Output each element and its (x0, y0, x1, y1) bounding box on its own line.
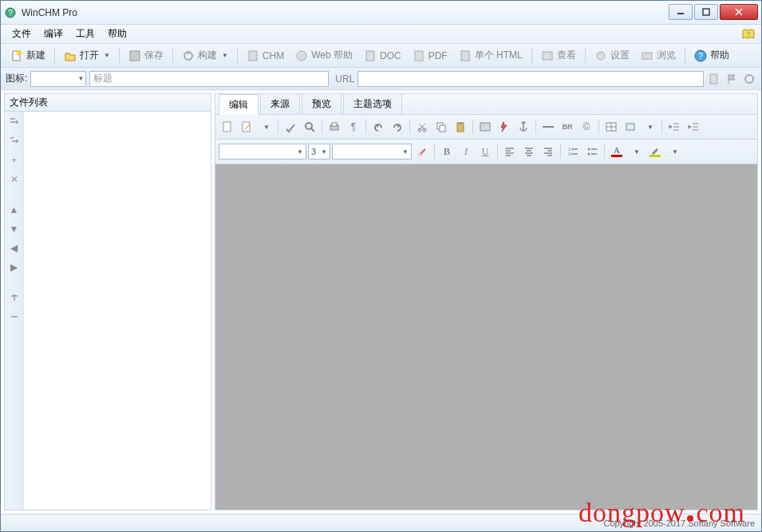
pdf-button[interactable]: PDF (408, 47, 452, 65)
edit-dropdown-icon[interactable]: ▼ (257, 119, 274, 135)
cell-icon[interactable] (622, 119, 639, 135)
browse-button[interactable]: 浏览 (636, 46, 681, 65)
svg-rect-32 (440, 125, 445, 132)
dropdown-arrow-icon: ▼ (104, 52, 110, 59)
copyright-text: Copyright 2005-2017 Softany Software (603, 518, 755, 528)
tab-preview[interactable]: 预览 (302, 93, 342, 114)
main-toolbar: 新建 打开 ▼ 保存 构建 ▼ CHM Web 帮助 DOC (1, 44, 761, 68)
doc-button[interactable]: DOC (359, 47, 406, 65)
svg-rect-24 (243, 122, 250, 132)
main-area: 文件列表 + ✕ ▲ ▼ ◀ ▶ (1, 90, 761, 514)
svg-point-36 (483, 125, 485, 128)
gear-icon (594, 49, 607, 62)
delete-icon[interactable]: ✕ (7, 172, 22, 187)
table-dropdown-icon[interactable]: ▼ (641, 119, 658, 135)
align-right-icon[interactable] (539, 144, 557, 160)
open-button[interactable]: 打开 ▼ (59, 46, 115, 65)
br-icon[interactable]: BR (559, 119, 576, 135)
svg-text:?: ? (698, 51, 703, 61)
align-center-icon[interactable] (520, 144, 538, 160)
open-label: 打开 (80, 49, 99, 62)
copyright-icon[interactable]: © (578, 119, 595, 135)
find-icon[interactable] (301, 119, 318, 135)
indent-icon[interactable] (685, 119, 702, 135)
edit-icon[interactable] (238, 119, 255, 135)
webhelp-button[interactable]: Web 帮助 (290, 46, 357, 65)
arrow-right-icon[interactable]: ▶ (7, 260, 22, 274)
new-button[interactable]: 新建 (6, 46, 50, 65)
title-field[interactable]: 标题 (89, 71, 329, 87)
title-bar: ? WinCHM Pro (1, 1, 761, 25)
hr-icon[interactable] (539, 119, 557, 135)
build-label: 构建 (198, 49, 217, 62)
paragraph-icon[interactable]: ¶ (345, 119, 362, 135)
help-button[interactable]: ? 帮助 (689, 46, 734, 65)
bold-icon[interactable]: B (438, 144, 456, 160)
menu-help[interactable]: 帮助 (101, 25, 133, 43)
chm-button[interactable]: CHM (242, 47, 289, 65)
editor-canvas[interactable] (215, 164, 757, 510)
list-ul-icon[interactable] (583, 144, 601, 160)
table-icon[interactable] (602, 119, 620, 135)
chm-label: CHM (263, 50, 284, 61)
tab-edit[interactable]: 编辑 (219, 94, 259, 115)
close-button[interactable] (720, 4, 758, 20)
flag-icon[interactable] (724, 72, 739, 86)
highlight-icon[interactable] (646, 144, 664, 160)
collapse-icon[interactable] (7, 309, 22, 324)
list-ol-icon[interactable]: 12 (564, 144, 582, 160)
menu-compile[interactable]: 编译 (38, 25, 69, 43)
anchor-icon[interactable] (515, 119, 532, 135)
arrow-down-icon[interactable]: ▼ (7, 222, 22, 236)
align-left-icon[interactable] (501, 144, 519, 160)
highlight-dropdown[interactable]: ▼ (665, 144, 683, 160)
tab-theme[interactable]: 主题选项 (343, 93, 402, 114)
single-html-button[interactable]: 单个 HTML (454, 46, 527, 65)
page-icon[interactable] (707, 72, 721, 86)
outdent-icon[interactable] (665, 119, 683, 135)
menu-tools[interactable]: 工具 (69, 25, 101, 43)
title-placeholder: 标题 (93, 73, 113, 84)
spellcheck-icon[interactable] (282, 119, 299, 135)
url-field[interactable] (357, 71, 704, 87)
undo-icon[interactable] (369, 119, 387, 135)
svg-text:?: ? (746, 30, 750, 38)
italic-icon[interactable]: I (457, 144, 475, 160)
menu-file[interactable]: 文件 (6, 25, 38, 43)
svg-rect-13 (366, 51, 374, 61)
font-color-dropdown[interactable]: ▼ (627, 144, 645, 160)
redo-icon[interactable] (389, 119, 406, 135)
view-button[interactable]: 查看 (536, 46, 581, 65)
build-button[interactable]: 构建 ▼ (177, 46, 233, 65)
add-child-icon[interactable] (7, 134, 22, 148)
plus-icon[interactable]: + (7, 153, 22, 167)
image-icon[interactable] (476, 119, 494, 135)
icon-combo[interactable]: ▼ (30, 71, 86, 87)
arrow-left-icon[interactable]: ◀ (7, 241, 22, 255)
tab-source[interactable]: 来源 (260, 93, 300, 114)
pdf-icon (413, 49, 425, 62)
paste-icon[interactable] (452, 119, 469, 135)
minimize-button[interactable] (669, 4, 693, 20)
add-sibling-icon[interactable] (7, 115, 22, 129)
new-doc-icon[interactable] (219, 119, 236, 135)
underline-icon[interactable]: U (476, 144, 494, 160)
flash-icon[interactable] (495, 119, 513, 135)
copy-icon[interactable] (432, 119, 450, 135)
folder-open-icon (64, 49, 77, 62)
help-book-icon[interactable]: ? (740, 27, 756, 41)
clearfmt-icon[interactable] (413, 144, 431, 160)
print-icon[interactable] (326, 119, 343, 135)
style-combo[interactable]: ▼ (332, 144, 412, 160)
font-color-icon[interactable]: A (608, 144, 626, 160)
save-button[interactable]: 保存 (124, 46, 168, 65)
gear2-icon[interactable] (742, 72, 756, 86)
fontsize-combo[interactable]: 3▼ (308, 144, 330, 160)
font-combo[interactable]: ▼ (219, 144, 306, 160)
arrow-up-icon[interactable]: ▲ (7, 203, 22, 217)
settings-button[interactable]: 设置 (590, 46, 634, 65)
maximize-button[interactable] (694, 4, 718, 20)
cut-icon[interactable] (413, 119, 431, 135)
file-tree[interactable] (24, 112, 211, 510)
expand-icon[interactable] (7, 290, 22, 305)
